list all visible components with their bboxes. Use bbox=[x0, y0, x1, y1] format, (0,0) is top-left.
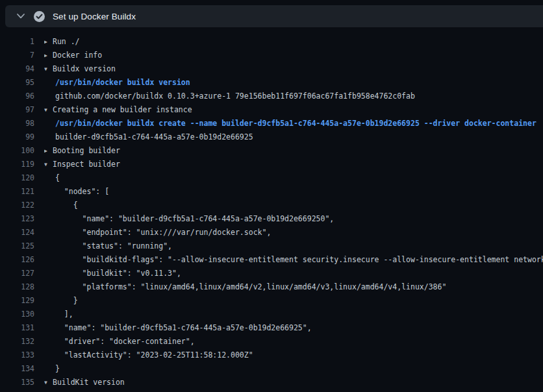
line-number[interactable]: 135 bbox=[0, 376, 34, 389]
log-group-toggle[interactable]: ▼Buildx version bbox=[44, 62, 543, 76]
line-text: "endpoint": "unix:///var/run/docker.sock… bbox=[44, 226, 271, 239]
log-line-content: } bbox=[44, 294, 543, 308]
line-number[interactable]: 96 bbox=[0, 90, 34, 103]
log-line-content: builder-d9cfb5a1-c764-445a-a57e-0b19d2e6… bbox=[44, 130, 543, 144]
line-number[interactable]: 94 bbox=[0, 62, 34, 76]
line-number[interactable]: 136 bbox=[0, 389, 34, 392]
log-line: 125 "status": "running", bbox=[0, 239, 543, 253]
line-text: { bbox=[44, 199, 78, 212]
triangle-down-icon: ▼ bbox=[44, 62, 53, 76]
triangle-down-icon: ▼ bbox=[44, 103, 53, 117]
line-number[interactable]: 97 bbox=[0, 103, 34, 117]
line-text: Buildx version bbox=[53, 64, 116, 73]
log-line-content: { bbox=[44, 199, 543, 212]
line-number[interactable]: 124 bbox=[0, 226, 34, 239]
log-line-content: /usr/bin/docker buildx version bbox=[44, 76, 543, 90]
line-number[interactable]: 128 bbox=[0, 280, 34, 294]
line-text: builder-d9cfb5a1-c764-445a-a57e-0b19d2e6… bbox=[44, 130, 253, 144]
line-text: "lastActivity": "2023-02-25T11:58:12.000… bbox=[44, 349, 253, 362]
log-line-content: /usr/bin/docker buildx create --name bui… bbox=[44, 117, 543, 130]
line-number[interactable]: 125 bbox=[0, 239, 34, 253]
log-line: 96github.com/docker/buildx 0.10.3+azure-… bbox=[0, 90, 543, 103]
log-line: 98/usr/bin/docker buildx create --name b… bbox=[0, 117, 543, 130]
log-line: 128 "platforms": "linux/amd64,linux/amd6… bbox=[0, 280, 543, 294]
line-text: "nodes": [ bbox=[44, 185, 109, 199]
log-line: 134} bbox=[0, 362, 543, 376]
log-line: 119▼Inspect builder bbox=[0, 158, 543, 171]
line-number[interactable]: 1 bbox=[0, 35, 34, 49]
step-header[interactable]: Set up Docker Buildx bbox=[5, 5, 543, 27]
log-line: 135▼BuildKit version bbox=[0, 376, 543, 389]
triangle-down-icon: ▼ bbox=[44, 376, 53, 389]
line-number[interactable]: 129 bbox=[0, 294, 34, 308]
log-line: 123 "name": "builder-d9cfb5a1-c764-445a-… bbox=[0, 212, 543, 226]
log-line-content: "buildkitd-flags": "--allow-insecure-ent… bbox=[44, 253, 543, 267]
log-line: 121 "nodes": [ bbox=[0, 185, 543, 199]
line-text: Inspect builder bbox=[53, 160, 120, 169]
line-number[interactable]: 122 bbox=[0, 199, 34, 212]
log-line: 130 ], bbox=[0, 308, 543, 321]
log-line-content: github.com/docker/buildx 0.10.3+azure-1 … bbox=[44, 90, 543, 103]
log-line: 132 "driver": "docker-container", bbox=[0, 335, 543, 349]
line-number[interactable]: 95 bbox=[0, 76, 34, 90]
log-line-content: } bbox=[44, 362, 543, 376]
log-line-content: ], bbox=[44, 308, 543, 321]
line-number[interactable]: 100 bbox=[0, 144, 34, 158]
log-group-toggle[interactable]: ▶Run ./ bbox=[44, 35, 543, 49]
line-number[interactable]: 99 bbox=[0, 130, 34, 144]
triangle-right-icon: ▶ bbox=[44, 144, 53, 158]
log-group-toggle[interactable]: ▶Booting builder bbox=[44, 144, 543, 158]
line-number[interactable]: 131 bbox=[0, 321, 34, 335]
log-line: 126 "buildkitd-flags": "--allow-insecure… bbox=[0, 253, 543, 267]
line-text: } bbox=[44, 294, 78, 308]
check-circle-icon bbox=[34, 11, 45, 22]
line-number[interactable]: 123 bbox=[0, 212, 34, 226]
log-line-content: builder-d9cfb5a1-c764-445a-a57e-0b19d2e6… bbox=[44, 389, 543, 392]
log-line: 120{ bbox=[0, 171, 543, 185]
log-group-toggle[interactable]: ▼BuildKit version bbox=[44, 376, 543, 389]
line-text: "driver": "docker-container", bbox=[44, 335, 195, 349]
log-line-content: "status": "running", bbox=[44, 239, 543, 253]
line-number[interactable]: 121 bbox=[0, 185, 34, 199]
line-number[interactable]: 120 bbox=[0, 171, 34, 185]
line-text: BuildKit version bbox=[53, 378, 125, 387]
line-number[interactable]: 134 bbox=[0, 362, 34, 376]
line-text: Booting builder bbox=[53, 146, 120, 155]
line-text: "buildkit": "v0.11.3", bbox=[44, 267, 181, 280]
log-line: 136builder-d9cfb5a1-c764-445a-a57e-0b19d… bbox=[0, 389, 543, 392]
line-text: ], bbox=[44, 308, 73, 321]
triangle-down-icon: ▼ bbox=[44, 158, 53, 171]
log-group-toggle[interactable]: ▶Docker info bbox=[44, 49, 543, 62]
log-line-content: "driver": "docker-container", bbox=[44, 335, 543, 349]
log-line: 100▶Booting builder bbox=[0, 144, 543, 158]
log-line: 129 } bbox=[0, 294, 543, 308]
log-line: 94▼Buildx version bbox=[0, 62, 543, 76]
log-group-toggle[interactable]: ▼Inspect builder bbox=[44, 158, 543, 171]
step-title: Set up Docker Buildx bbox=[53, 12, 136, 21]
line-text: } bbox=[44, 362, 60, 376]
log-line-content: "name": "builder-d9cfb5a1-c764-445a-a57e… bbox=[44, 321, 543, 335]
line-text: "platforms": "linux/amd64,linux/amd64/v2… bbox=[44, 280, 446, 294]
line-number[interactable]: 7 bbox=[0, 49, 34, 62]
line-text: Run ./ bbox=[53, 37, 80, 46]
line-number[interactable]: 119 bbox=[0, 158, 34, 171]
chevron-down-icon[interactable] bbox=[12, 14, 30, 19]
log-line-content: "buildkit": "v0.11.3", bbox=[44, 267, 543, 280]
line-text: { bbox=[44, 171, 60, 185]
line-text: Docker info bbox=[53, 51, 102, 60]
line-number[interactable]: 98 bbox=[0, 117, 34, 130]
log-line: 131 "name": "builder-d9cfb5a1-c764-445a-… bbox=[0, 321, 543, 335]
line-number[interactable]: 132 bbox=[0, 335, 34, 349]
line-number[interactable]: 130 bbox=[0, 308, 34, 321]
line-number[interactable]: 133 bbox=[0, 349, 34, 362]
line-number[interactable]: 126 bbox=[0, 253, 34, 267]
line-text: "status": "running", bbox=[44, 239, 172, 253]
log-group-toggle[interactable]: ▼Creating a new builder instance bbox=[44, 103, 543, 117]
line-text: /usr/bin/docker buildx version bbox=[44, 76, 190, 90]
line-number[interactable]: 127 bbox=[0, 267, 34, 280]
log-line-content: "nodes": [ bbox=[44, 185, 543, 199]
log-line: 133 "lastActivity": "2023-02-25T11:58:12… bbox=[0, 349, 543, 362]
log-lines: 1▶Run ./7▶Docker info94▼Buildx version95… bbox=[0, 27, 543, 392]
line-text: /usr/bin/docker buildx create --name bui… bbox=[44, 117, 537, 130]
log-line: 99builder-d9cfb5a1-c764-445a-a57e-0b19d2… bbox=[0, 130, 543, 144]
